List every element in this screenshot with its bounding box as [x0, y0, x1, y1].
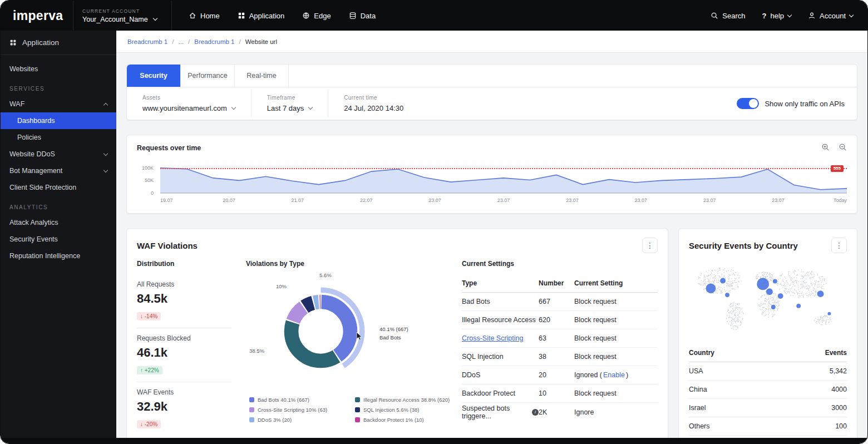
threshold-line: 555	[160, 168, 847, 169]
waf-violations-card: WAF Violations ⋮ Distribution All Reques…	[126, 228, 668, 438]
current-time-display: Current time 24 Jul, 2020 14:30	[328, 90, 419, 117]
stat-label: WAF Events	[137, 388, 231, 396]
map-bubble[interactable]	[796, 304, 801, 308]
breadcrumb-link-2[interactable]: Breadcrumb 1	[194, 38, 234, 45]
nav-data[interactable]: Data	[349, 12, 376, 20]
nav-edge[interactable]: Edge	[302, 12, 331, 20]
requests-chart[interactable]: 100K 50K 0 555	[137, 162, 847, 209]
map-bubble[interactable]	[720, 278, 726, 284]
sidebar-item-security-events[interactable]: Security Events	[1, 231, 116, 248]
page-content: Security Performance Real-time Assets ww…	[116, 53, 867, 438]
legend-item: Cross-Site Scripting 10% (63)	[249, 407, 349, 413]
current-time-value: 24 Jul, 2020 14:30	[344, 104, 403, 112]
donut-callout: 40.1% (667) Bad Bots	[379, 325, 424, 342]
map-bubble[interactable]	[773, 279, 777, 284]
info-icon[interactable]: i	[532, 409, 539, 416]
breadcrumb-link-1[interactable]: Breadcrumb 1	[127, 38, 167, 45]
sidebar-section-analytics: ANALYTICS	[1, 196, 116, 214]
help-label: help	[770, 12, 784, 20]
nav-edge-label: Edge	[314, 12, 331, 20]
zoom-out-button[interactable]	[839, 143, 847, 153]
table-row: DDoS 20 Ignored (Enable)	[462, 366, 658, 384]
cross-site-scripting-link[interactable]: Cross-Site Scripting	[462, 334, 539, 342]
help-menu[interactable]: ? help	[762, 12, 791, 20]
country-events: 4000	[831, 386, 847, 393]
delta-badge: ↑ +22%	[137, 366, 162, 374]
y-tick: 50K	[145, 177, 154, 183]
chevron-down-icon	[787, 12, 792, 17]
map-bubble[interactable]	[757, 278, 769, 290]
nav-data-label: Data	[361, 12, 376, 20]
sidebar-item-policies[interactable]: Policies	[1, 129, 116, 146]
country-events: 5,342	[830, 367, 847, 375]
breadcrumb-ellipsis[interactable]: ...	[178, 38, 184, 45]
sidebar-item-attack-analytics[interactable]: Attack Analytics	[1, 214, 116, 231]
map-bubble[interactable]	[778, 293, 783, 299]
setting-value: Block request	[574, 334, 658, 342]
map-bubble[interactable]	[771, 305, 776, 309]
globe-icon	[302, 12, 310, 19]
sidebar-item-client-side-protection[interactable]: Client Side Protection	[1, 179, 116, 196]
donut-label-xss: 10%	[276, 283, 287, 289]
sidebar-item-dashboards[interactable]: Dashboards	[1, 112, 116, 129]
sidebar-item-reputation-intelligence[interactable]: Reputation Intelligence	[1, 248, 116, 264]
timeframe-dropdown[interactable]: Timeframe Last 7 days	[251, 90, 329, 117]
callout-label: Bad Bots	[379, 334, 424, 342]
sidebar-item-label: Security Events	[9, 235, 58, 243]
x-tick: 23.07	[428, 198, 441, 203]
help-icon: ?	[762, 12, 766, 20]
stat-requests-blocked: Requests Blocked 46.1k ↑ +22%	[137, 328, 231, 382]
sidebar-item-label: Websites	[9, 65, 38, 73]
map-bubble[interactable]	[725, 293, 729, 297]
sidebar-item-bot-management[interactable]: Bot Management	[1, 162, 116, 179]
app-window: imperva CURRENT ACCOUNT Your_Account_Nam…	[0, 0, 868, 444]
country-name: Others	[689, 422, 710, 430]
map-bubble[interactable]	[817, 290, 824, 297]
api-traffic-toggle[interactable]	[737, 98, 759, 109]
callout-value: 40.1% (667)	[379, 325, 424, 334]
threshold-badge: 555	[831, 165, 844, 172]
nav-home[interactable]: Home	[189, 12, 220, 20]
waf-card-title: WAF Violations	[137, 241, 198, 250]
legend-item: SQL Injection 5.6% (38)	[355, 407, 450, 413]
current-time-label: Current time	[344, 95, 403, 101]
legend-item: Illegal Resource Access 38.8% (620)	[355, 397, 450, 403]
account-menu[interactable]: Account	[808, 12, 853, 20]
x-tick: 23.07	[635, 198, 648, 203]
waf-card-menu-button[interactable]: ⋮	[642, 238, 658, 253]
current-settings-column: Current Settings Type Number Current Set…	[462, 260, 658, 436]
sidebar-item-waf[interactable]: WAF	[1, 96, 116, 112]
search-button[interactable]: Search	[711, 12, 745, 20]
nav-application[interactable]: Application	[238, 12, 285, 20]
map-bubble[interactable]	[706, 283, 716, 293]
nav-home-label: Home	[200, 12, 220, 20]
chevron-down-icon	[308, 105, 313, 110]
tab-realtime[interactable]: Real-time	[235, 65, 289, 87]
enable-link[interactable]: Enable	[603, 371, 625, 379]
map-bubble[interactable]	[766, 288, 773, 295]
current-account-dropdown[interactable]: CURRENT ACCOUNT Your_Account_Name	[73, 1, 172, 31]
stat-value: 32.9k	[137, 399, 231, 414]
table-row: Cross-Site Scripting 63 Block request	[462, 329, 658, 348]
legend-label: Bad Bots 40.1% (667)	[258, 397, 309, 403]
x-tick: 21.07	[292, 198, 304, 203]
primary-nav: Home Application Edge Data	[189, 12, 376, 20]
violations-donut-chart[interactable]: 5.6% 10% 38.5% 40.1% (667) Bad Bots	[264, 274, 378, 393]
sidebar-item-label: Bot Management	[9, 167, 62, 175]
assets-dropdown[interactable]: Assets www.yoursitenameurl.com	[127, 90, 251, 117]
zoom-in-button[interactable]	[821, 143, 830, 153]
sidebar-item-website-ddos[interactable]: Website DDoS	[1, 146, 116, 162]
sidebar-item-websites[interactable]: Websites	[1, 61, 116, 77]
world-map[interactable]	[689, 261, 847, 338]
x-tick: Today	[834, 198, 847, 203]
breadcrumb-separator: /	[172, 38, 174, 45]
donut-svg	[264, 274, 378, 388]
grid-icon	[238, 12, 245, 19]
tab-security[interactable]: Security	[127, 65, 181, 87]
tab-performance[interactable]: Performance	[181, 65, 235, 87]
legend-item: Backdoor Protect 1% (10)	[355, 417, 450, 423]
stat-waf-events: WAF Events 32.9k ↓ -20%	[137, 382, 231, 436]
country-card-menu-button[interactable]: ⋮	[831, 238, 847, 253]
map-bubble[interactable]	[827, 312, 831, 315]
setting-value: Block request	[574, 389, 658, 397]
